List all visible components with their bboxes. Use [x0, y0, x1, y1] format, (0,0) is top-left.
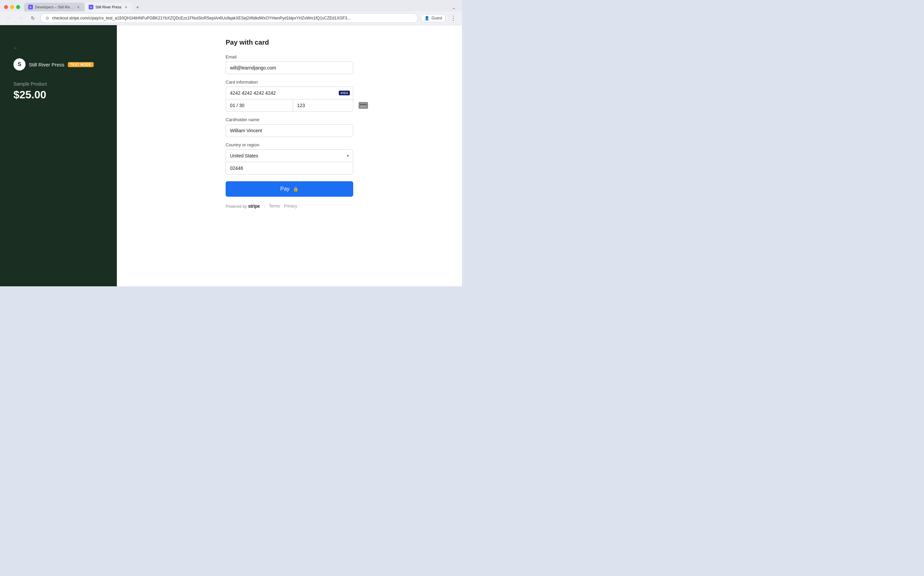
card-cvc-container [293, 99, 372, 112]
email-input[interactable] [226, 61, 353, 74]
country-select[interactable]: United States United Kingdom Canada Aust… [226, 150, 353, 162]
nav-bar: ← → ↻ ⊙ checkout.stripe.com/c/pay/cs_tes… [0, 11, 462, 25]
tab-favicon-developers: S [28, 5, 33, 10]
tab-close-stripe[interactable]: ✕ [123, 5, 128, 10]
card-number-container: VISA [226, 86, 353, 99]
title-bar: S Developers – Still River Press ✕ S Sti… [0, 0, 462, 11]
cardholder-name-input[interactable] [226, 124, 353, 137]
payment-form: Pay with card Email Card information VIS… [226, 38, 353, 209]
profile-button[interactable]: 👤 Guest [421, 14, 446, 22]
visa-icon: VISA [339, 91, 350, 95]
cardholder-label: Cardholder name [226, 117, 353, 122]
tab-developers[interactable]: S Developers – Still River Press ✕ [24, 3, 85, 11]
merchant-info: S Still River Press TEST MODE [13, 58, 94, 70]
address-bar[interactable]: ⊙ checkout.stripe.com/c/pay/cs_test_a193… [40, 13, 418, 23]
pay-button-label: Pay [280, 186, 290, 192]
country-select-container: United States United Kingdom Canada Aust… [226, 149, 353, 162]
maximize-window-button[interactable] [16, 5, 20, 9]
new-tab-button[interactable]: + [134, 3, 142, 11]
profile-label: Guest [431, 16, 442, 21]
cvc-card-icon [359, 102, 368, 109]
close-window-button[interactable] [4, 5, 8, 9]
back-arrow-icon: ← [13, 45, 18, 50]
footer-divider: | [264, 204, 265, 208]
page-content: ← S Still River Press TEST MODE Sample P… [0, 25, 462, 286]
traffic-lights [4, 5, 20, 9]
lock-icon: 🔒 [293, 186, 298, 192]
footer: Powered by stripe | Terms Privacy [226, 203, 353, 209]
product-price: $25.00 [13, 89, 46, 101]
zip-input[interactable] [226, 162, 353, 174]
card-cvc-input[interactable] [297, 99, 356, 112]
browser-chrome: S Developers – Still River Press ✕ S Sti… [0, 0, 462, 25]
card-number-input[interactable] [226, 86, 353, 99]
test-mode-badge: TEST MODE [68, 62, 94, 67]
browser-menu-button[interactable]: ⋮ [448, 13, 458, 23]
card-info-group: Card information VISA [226, 80, 353, 112]
tab-bar: S Developers – Still River Press ✕ S Sti… [24, 3, 458, 11]
svg-rect-1 [360, 104, 367, 106]
terms-link[interactable]: Terms [269, 204, 280, 208]
pay-button[interactable]: Pay 🔒 [226, 181, 353, 197]
powered-by-text: Powered by stripe [226, 203, 260, 209]
form-title: Pay with card [226, 38, 353, 46]
svg-rect-2 [360, 106, 364, 106]
stripe-logo: stripe [248, 203, 260, 209]
svg-rect-3 [365, 106, 366, 106]
back-button[interactable]: ← [4, 13, 13, 23]
tab-title-developers: Developers – Still River Press [35, 5, 74, 9]
tab-title-stripe: Still River Press [95, 5, 122, 9]
url-text: checkout.stripe.com/c/pay/cs_test_a193QH… [52, 16, 414, 21]
merchant-name: Still River Press [29, 62, 64, 67]
back-to-merchant-button[interactable]: ← [13, 45, 18, 50]
profile-icon: 👤 [424, 16, 429, 21]
country-label: Country or region [226, 142, 353, 147]
tab-close-developers[interactable]: ✕ [76, 5, 80, 10]
cardholder-group: Cardholder name [226, 117, 353, 137]
tab-stripe[interactable]: S Still River Press ✕ [85, 3, 132, 11]
card-bottom-row [226, 99, 353, 112]
country-group: Country or region United States United K… [226, 142, 353, 174]
email-group: Email [226, 54, 353, 74]
forward-button[interactable]: → [16, 13, 26, 23]
tab-favicon-stripe: S [89, 5, 93, 10]
refresh-button[interactable]: ↻ [28, 13, 38, 23]
card-info-label: Card information [226, 80, 353, 85]
email-label: Email [226, 54, 353, 59]
minimize-window-button[interactable] [10, 5, 14, 9]
security-icon: ⊙ [45, 16, 50, 21]
right-panel: Pay with card Email Card information VIS… [117, 25, 462, 286]
merchant-logo: S [13, 58, 26, 70]
tab-overflow-button[interactable]: ⌄ [450, 3, 458, 11]
product-name: Sample Product [13, 81, 47, 86]
left-panel: ← S Still River Press TEST MODE Sample P… [0, 25, 117, 286]
card-expiry-input[interactable] [226, 99, 293, 112]
privacy-link[interactable]: Privacy [284, 204, 297, 208]
